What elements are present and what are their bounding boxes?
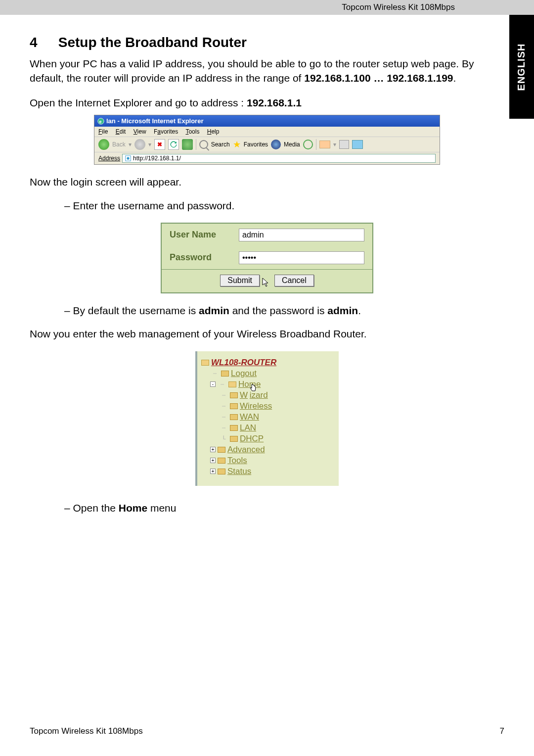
ie-toolbar: Back ▾ ▾ ✖ Search ★ Favorites Media ▾: [94, 137, 440, 152]
expand-icon[interactable]: +: [210, 458, 216, 463]
svg-point-3: [127, 157, 129, 160]
tree-advanced[interactable]: + Advanced: [201, 444, 335, 455]
forward-icon[interactable]: [134, 139, 145, 150]
section-heading: 4 Setup the Broadband Router: [30, 35, 504, 50]
login-appear-text: Now the login screen will appear.: [30, 175, 504, 189]
folder-open-icon: [228, 381, 236, 387]
folder-icon: [218, 469, 225, 474]
tree-home[interactable]: - ┈ Home: [201, 379, 335, 390]
cancel-button[interactable]: Cancel: [274, 275, 314, 286]
svg-text:e: e: [99, 119, 102, 124]
tree-root[interactable]: WL108-ROUTER: [201, 357, 335, 368]
folder-icon: [218, 447, 225, 453]
login-buttons-row: Submit Cancel: [162, 269, 372, 292]
collapse-icon[interactable]: -: [210, 381, 216, 387]
nav-tree: WL108-ROUTER ┈ Logout - ┈ Home ┈ Wiizard…: [195, 351, 339, 486]
ie-logo-icon: e: [97, 118, 104, 125]
folder-icon: [230, 425, 238, 431]
favorites-label[interactable]: Favorites: [244, 141, 268, 148]
ie-addressbar: Address http://192.168.1.1/: [94, 152, 440, 164]
ie-title-text: lan - Microsoft Internet Explorer: [106, 117, 203, 125]
login-panel: User Name Password Submit Cancel: [161, 223, 373, 293]
top-header: Topcom Wireless Kit 108Mbps: [0, 0, 534, 15]
folder-icon: [230, 403, 238, 409]
home-icon[interactable]: [182, 139, 193, 150]
edit-icon[interactable]: [352, 140, 363, 149]
folder-icon: [218, 458, 225, 464]
folder-icon: [221, 371, 229, 377]
back-icon[interactable]: [98, 139, 109, 150]
menu-file[interactable]: File: [98, 128, 108, 135]
folder-icon: [230, 414, 238, 420]
menu-tools[interactable]: Tools: [185, 128, 199, 135]
section-number: 4: [30, 35, 54, 50]
expand-icon[interactable]: +: [210, 447, 216, 452]
tree-status[interactable]: + Status: [201, 466, 335, 477]
open-ie-paragraph: Open the Internet Explorer and go to add…: [30, 95, 504, 110]
footer-product: Topcom Wireless Kit 108Mbps: [30, 726, 143, 736]
hand-cursor-icon: [249, 383, 257, 393]
tree-lan[interactable]: ┈ LAN: [201, 423, 335, 433]
password-label: Password: [170, 252, 239, 263]
cursor-icon: [262, 278, 270, 287]
mail-icon[interactable]: [319, 141, 330, 148]
menu-view[interactable]: View: [134, 128, 146, 135]
page-footer: Topcom Wireless Kit 108Mbps 7: [30, 726, 504, 736]
product-name: Topcom Wireless Kit 108Mbps: [342, 2, 455, 12]
bullet-enter-credentials: – Enter the username and password.: [64, 198, 504, 213]
tree-logout[interactable]: ┈ Logout: [201, 368, 335, 379]
media-icon[interactable]: [271, 140, 281, 149]
username-label: User Name: [170, 230, 239, 240]
ie-titlebar: e lan - Microsoft Internet Explorer: [94, 115, 440, 127]
password-input[interactable]: [239, 251, 364, 264]
tree-tools[interactable]: + Tools: [201, 455, 335, 466]
username-input[interactable]: [239, 229, 364, 241]
tree-wireless[interactable]: ┈ Wireless: [201, 401, 335, 412]
address-url: http://192.168.1.1/: [133, 155, 181, 162]
username-row: User Name: [162, 224, 372, 246]
page-number: 7: [500, 726, 504, 736]
folder-open-icon: [201, 360, 209, 366]
tree-wan[interactable]: ┈ WAN: [201, 412, 335, 423]
tree-wizard[interactable]: ┈ Wiizard: [201, 390, 335, 401]
ie-window: e lan - Microsoft Internet Explorer File…: [94, 115, 440, 165]
refresh-icon[interactable]: [168, 139, 179, 150]
section-title: Setup the Broadband Router: [58, 35, 247, 50]
ie-menubar[interactable]: File Edit View Favorites Tools Help: [94, 127, 440, 137]
language-label: ENGLISH: [516, 43, 528, 91]
search-icon[interactable]: [199, 140, 208, 149]
menu-edit[interactable]: Edit: [116, 128, 126, 135]
enter-web-mgmt-text: Now you enter the web management of your…: [30, 327, 504, 341]
search-label[interactable]: Search: [211, 141, 230, 148]
folder-icon: [230, 436, 238, 442]
password-row: Password: [162, 246, 372, 269]
back-label[interactable]: Back: [112, 141, 126, 148]
print-icon[interactable]: [339, 140, 349, 149]
menu-help[interactable]: Help: [207, 128, 220, 135]
language-tab: ENGLISH: [509, 15, 534, 119]
folder-icon: [230, 392, 238, 398]
media-label[interactable]: Media: [284, 141, 300, 148]
page-icon: [125, 155, 132, 162]
menu-favorites[interactable]: Favorites: [154, 128, 178, 135]
bullet-default-credentials: – By default the username is admin and t…: [64, 303, 504, 318]
address-input[interactable]: http://192.168.1.1/: [122, 154, 436, 163]
bullet-open-home: – Open the Home menu: [64, 501, 504, 515]
expand-icon[interactable]: +: [210, 469, 216, 474]
favorites-icon[interactable]: ★: [233, 139, 241, 150]
history-icon[interactable]: [303, 140, 313, 149]
stop-icon[interactable]: ✖: [154, 139, 165, 150]
intro-paragraph: When your PC has a valid IP address, you…: [30, 56, 504, 86]
tree-dhcp[interactable]: └ DHCP: [201, 433, 335, 444]
submit-button[interactable]: Submit: [220, 275, 260, 286]
